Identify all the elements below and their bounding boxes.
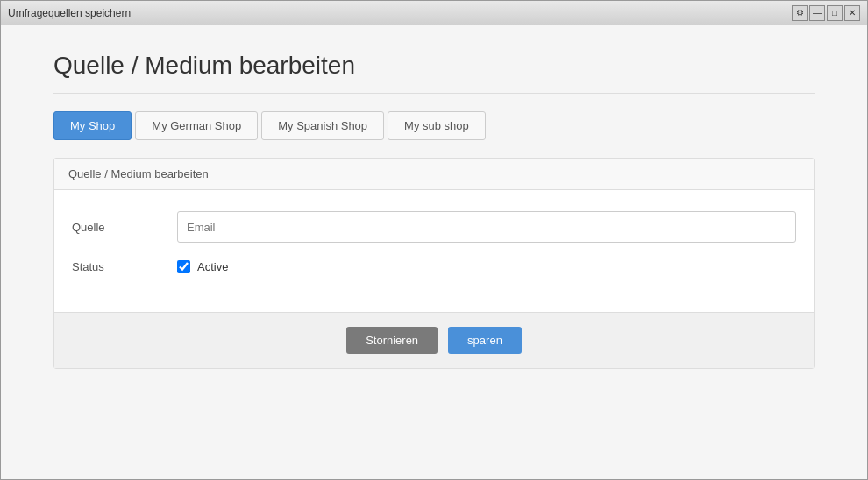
tab-my-shop[interactable]: My Shop — [53, 111, 132, 140]
page-title: Quelle / Medium bearbeiten — [53, 52, 815, 94]
tab-german-shop[interactable]: My German Shop — [135, 111, 258, 140]
quelle-row: Quelle — [72, 211, 796, 243]
page-content: Quelle / Medium bearbeiten My Shop My Ge… — [1, 25, 867, 479]
quelle-input[interactable] — [177, 211, 796, 243]
status-checkbox[interactable] — [177, 260, 190, 273]
save-button[interactable]: sparen — [448, 327, 522, 354]
tab-sub-shop[interactable]: My sub shop — [388, 111, 486, 140]
title-bar: Umfragequellen speichern ⚙ — □ ✕ — [1, 1, 867, 25]
form-footer: Stornieren sparen — [54, 312, 814, 368]
maximize-button[interactable]: □ — [827, 5, 843, 21]
minimize-button[interactable]: — — [809, 5, 825, 21]
form-panel-header: Quelle / Medium bearbeiten — [54, 159, 814, 190]
status-checkbox-label: Active — [197, 260, 228, 273]
form-body: Quelle Status Active — [54, 190, 814, 312]
window-title: Umfragequellen speichern — [8, 7, 131, 19]
status-label: Status — [72, 260, 177, 273]
form-panel: Quelle / Medium bearbeiten Quelle Status… — [53, 158, 815, 369]
status-row: Status Active — [72, 260, 796, 273]
window-controls: ⚙ — □ ✕ — [792, 5, 860, 21]
status-checkbox-group: Active — [177, 260, 228, 273]
main-window: Umfragequellen speichern ⚙ — □ ✕ Quelle … — [0, 0, 868, 480]
close-button[interactable]: ✕ — [844, 5, 860, 21]
tab-bar: My Shop My German Shop My Spanish Shop M… — [53, 111, 815, 140]
quelle-label: Quelle — [72, 221, 177, 234]
settings-button[interactable]: ⚙ — [792, 5, 808, 21]
cancel-button[interactable]: Stornieren — [346, 327, 438, 354]
tab-spanish-shop[interactable]: My Spanish Shop — [261, 111, 384, 140]
